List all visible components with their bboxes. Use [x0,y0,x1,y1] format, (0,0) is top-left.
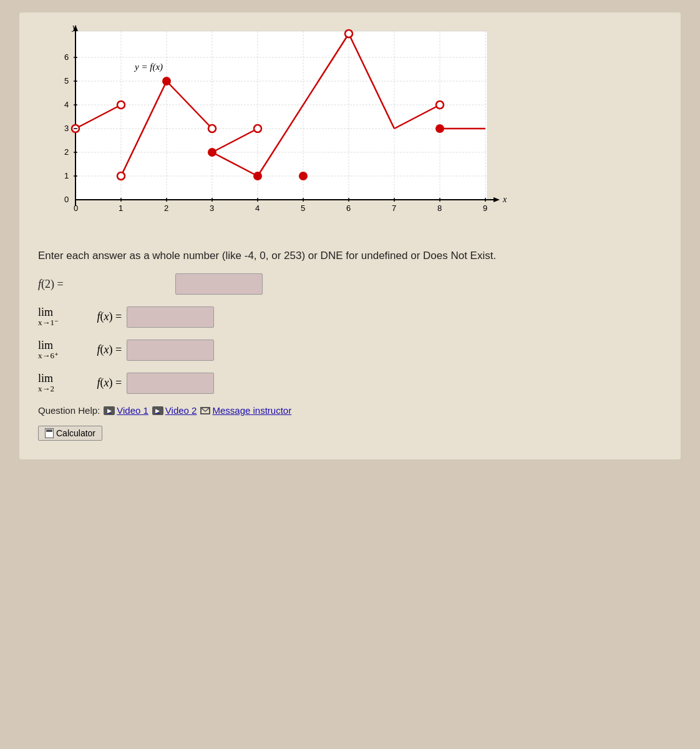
svg-text:5: 5 [301,203,305,213]
svg-text:3: 3 [64,124,69,133]
svg-text:2: 2 [164,203,168,213]
lim-x1minus-input[interactable] [127,306,214,328]
svg-text:y: y [71,25,77,32]
lim-x2-input[interactable] [127,373,214,394]
f2-input[interactable] [175,273,263,295]
lim-x1minus-label: lim x→1⁻ [38,306,88,328]
fx-label-2: f(x) = [94,343,122,356]
problem-f2: f(2) = [38,273,662,295]
svg-text:6: 6 [346,203,351,213]
svg-text:0: 0 [74,203,78,213]
calculator-row: Calculator [38,421,662,441]
svg-point-59 [299,172,307,180]
svg-text:4: 4 [255,203,260,213]
svg-rect-0 [75,31,487,200]
svg-marker-19 [493,197,500,202]
svg-point-51 [117,101,125,109]
svg-text:0: 0 [64,195,69,204]
svg-text:y = f(x): y = f(x) [134,62,163,72]
lim-x6plus-input[interactable] [127,340,214,361]
fx-label-3: f(x) = [94,376,122,389]
message-instructor-link[interactable]: Message instructor [200,405,291,416]
svg-text:x: x [502,195,507,204]
problem-lim-x1minus: lim x→1⁻ f(x) = [38,306,662,328]
problem-lim-x6plus: lim x→6⁺ f(x) = [38,339,662,361]
svg-point-55 [436,101,444,109]
question-help: Question Help: ▶ Video 1 ▶ Video 2 Messa… [38,405,662,416]
graph-area: x y 0 1 2 3 4 5 6 7 8 9 0 1 2 3 4 5 6 y … [38,25,662,237]
calculator-button[interactable]: Calculator [38,426,102,441]
svg-text:3: 3 [210,203,214,213]
instruction-text: Enter each answer as a whole number (lik… [38,250,662,262]
svg-point-52 [117,172,125,180]
svg-text:9: 9 [483,203,487,213]
svg-point-60 [345,30,352,37]
video2-link[interactable]: ▶ Video 2 [152,405,197,416]
f2-label: f(2) = [38,278,175,291]
svg-text:5: 5 [64,76,69,86]
svg-point-57 [208,149,216,156]
svg-text:6: 6 [64,52,69,62]
svg-text:1: 1 [119,203,123,213]
fx-label-1: f(x) = [94,310,122,323]
mail-icon [200,407,210,414]
svg-text:7: 7 [392,203,396,213]
svg-point-61 [436,125,444,132]
svg-text:8: 8 [437,203,442,213]
video1-link[interactable]: ▶ Video 1 [104,405,148,416]
svg-text:2: 2 [64,147,69,157]
svg-point-58 [254,172,261,180]
lim-x6plus-label: lim x→6⁺ [38,339,88,361]
main-container: x y 0 1 2 3 4 5 6 7 8 9 0 1 2 3 4 5 6 y … [19,12,681,459]
calculator-icon [45,428,54,438]
svg-text:1: 1 [64,171,69,180]
question-help-label: Question Help: [38,405,100,416]
svg-point-54 [254,125,261,132]
svg-point-53 [208,125,216,132]
lim-x2-label: lim x→2 [38,372,88,394]
video1-icon: ▶ [104,406,115,415]
problem-lim-x2: lim x→2 f(x) = [38,372,662,394]
svg-text:4: 4 [64,100,69,109]
video2-icon: ▶ [152,406,163,415]
function-graph: x y 0 1 2 3 4 5 6 7 8 9 0 1 2 3 4 5 6 y … [38,25,512,237]
svg-point-56 [163,77,170,85]
